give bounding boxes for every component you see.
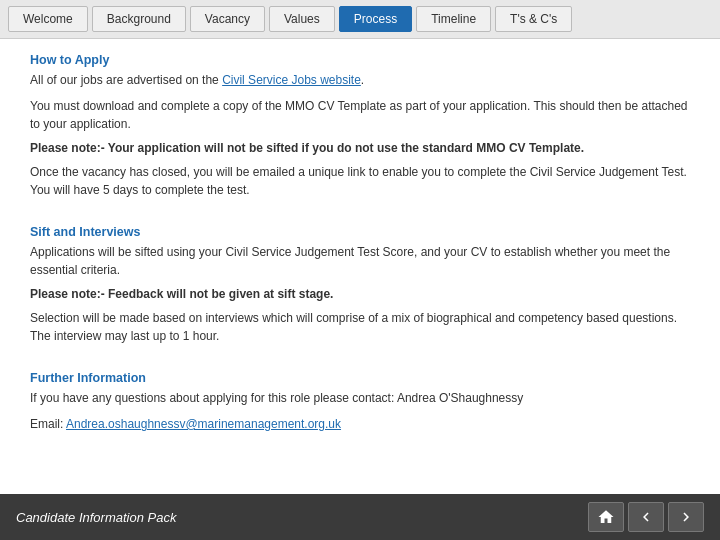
- section1-para3: Once the vacancy has closed, you will be…: [30, 163, 690, 199]
- tab-timeline[interactable]: Timeline: [416, 6, 491, 32]
- tab-vacancy[interactable]: Vacancy: [190, 6, 265, 32]
- sift-interviews-heading: Sift and Interviews: [30, 225, 690, 239]
- footer-icons: [588, 502, 704, 532]
- tab-process[interactable]: Process: [339, 6, 412, 32]
- home-icon: [597, 508, 615, 526]
- civil-service-jobs-link[interactable]: Civil Service Jobs website: [222, 73, 361, 87]
- section2-para1: Applications will be sifted using your C…: [30, 243, 690, 279]
- forward-button[interactable]: [668, 502, 704, 532]
- section1-para1: All of our jobs are advertised on the Ci…: [30, 71, 690, 89]
- arrow-right-icon: [677, 508, 695, 526]
- section2-bold-note: Please note:- Feedback will not be given…: [30, 287, 690, 301]
- footer-bar: Candidate Information Pack: [0, 494, 720, 540]
- section2-para2: Selection will be made based on intervie…: [30, 309, 690, 345]
- further-info-heading: Further Information: [30, 371, 690, 385]
- home-button[interactable]: [588, 502, 624, 532]
- navigation-bar: Welcome Background Vacancy Values Proces…: [0, 0, 720, 39]
- section1-para1-post: .: [361, 73, 364, 87]
- tab-ts-cs[interactable]: T's & C's: [495, 6, 572, 32]
- section3-para1: If you have any questions about applying…: [30, 389, 690, 407]
- section1-para1-pre: All of our jobs are advertised on the: [30, 73, 222, 87]
- how-to-apply-heading: How to Apply: [30, 53, 690, 67]
- section1-bold-note: Please note:- Your application will not …: [30, 141, 690, 155]
- section1-para2: You must download and complete a copy of…: [30, 97, 690, 133]
- tab-welcome[interactable]: Welcome: [8, 6, 88, 32]
- main-content: How to Apply All of our jobs are adverti…: [0, 39, 720, 509]
- arrow-left-icon: [637, 508, 655, 526]
- back-button[interactable]: [628, 502, 664, 532]
- email-link[interactable]: Andrea.oshaughnessv@marinemanagement.org…: [66, 417, 341, 431]
- tab-background[interactable]: Background: [92, 6, 186, 32]
- section3-email: Email: Andrea.oshaughnessv@marinemanagem…: [30, 415, 690, 433]
- email-pre: Email:: [30, 417, 66, 431]
- footer-title: Candidate Information Pack: [16, 510, 176, 525]
- tab-values[interactable]: Values: [269, 6, 335, 32]
